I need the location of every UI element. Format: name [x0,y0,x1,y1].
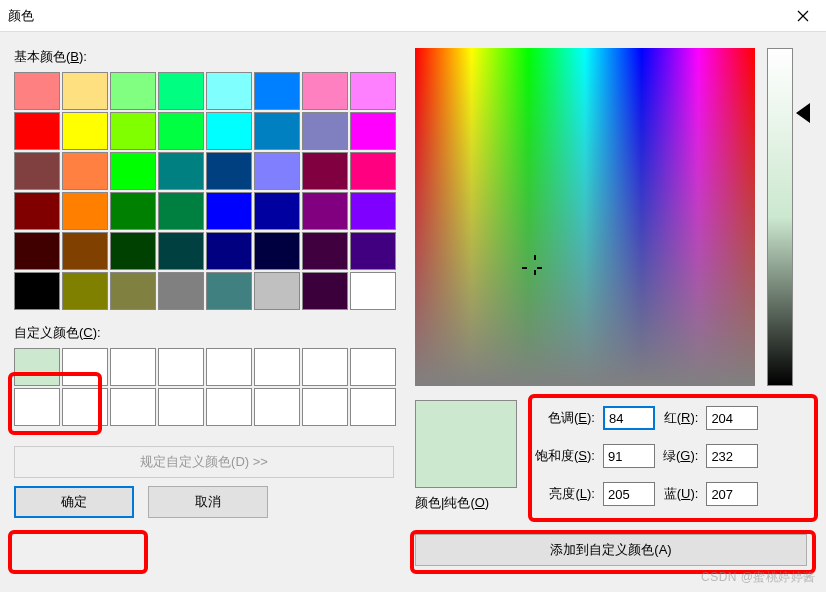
define-custom-button: 规定自定义颜色(D) >> [14,446,394,478]
basic-color-swatch[interactable] [110,272,156,310]
ok-button[interactable]: 确定 [14,486,134,518]
left-pane: 基本颜色(B): 自定义颜色(C): 规定自定义颜色(D) >> 确定 取消 [14,48,399,518]
green-input[interactable] [706,444,758,468]
basic-color-swatch[interactable] [302,232,348,270]
basic-color-swatch[interactable] [158,72,204,110]
basic-color-swatch[interactable] [206,112,252,150]
basic-color-swatch[interactable] [254,232,300,270]
add-to-custom-button[interactable]: 添加到自定义颜色(A) [415,534,807,566]
basic-color-swatch[interactable] [254,112,300,150]
basic-color-swatch[interactable] [302,272,348,310]
custom-color-swatch[interactable] [110,388,156,426]
highlight-annotation [8,530,148,574]
red-input[interactable] [706,406,758,430]
basic-color-swatch[interactable] [302,72,348,110]
color-preview [415,400,517,488]
basic-colors-grid [14,72,399,310]
custom-color-swatch[interactable] [302,388,348,426]
basic-color-swatch[interactable] [254,72,300,110]
basic-color-swatch[interactable] [62,152,108,190]
custom-color-swatch[interactable] [302,348,348,386]
cancel-button[interactable]: 取消 [148,486,268,518]
basic-color-swatch[interactable] [14,192,60,230]
custom-color-swatch[interactable] [158,388,204,426]
custom-color-swatch[interactable] [254,348,300,386]
custom-color-swatch[interactable] [14,348,60,386]
hue-label: 色调(E): [535,409,595,427]
blue-input[interactable] [706,482,758,506]
basic-color-swatch[interactable] [206,152,252,190]
basic-color-swatch[interactable] [206,272,252,310]
basic-color-swatch[interactable] [254,272,300,310]
basic-color-swatch[interactable] [62,272,108,310]
custom-color-swatch[interactable] [110,348,156,386]
lum-input[interactable] [603,482,655,506]
basic-color-swatch[interactable] [62,72,108,110]
lightness-slider[interactable] [767,48,793,386]
basic-color-swatch[interactable] [302,192,348,230]
basic-color-swatch[interactable] [206,232,252,270]
close-icon [797,10,809,22]
basic-color-swatch[interactable] [350,72,396,110]
basic-color-swatch[interactable] [110,192,156,230]
close-button[interactable] [780,0,826,32]
basic-color-swatch[interactable] [14,152,60,190]
basic-color-swatch[interactable] [62,112,108,150]
lightness-pointer-icon [796,103,810,123]
basic-color-swatch[interactable] [254,152,300,190]
hue-input[interactable] [603,406,655,430]
color-fields: 色调(E): 红(R): 饱和度(S): 绿(G): 亮度(L): 蓝(U): [535,406,758,506]
basic-color-swatch[interactable] [62,192,108,230]
green-label: 绿(G): [663,447,698,465]
basic-color-swatch[interactable] [206,72,252,110]
watermark: CSDN @蜜桃婷婷酱 [701,569,816,586]
custom-color-swatch[interactable] [158,348,204,386]
preview-label: 颜色|纯色(O) [415,494,489,512]
right-pane: 颜色|纯色(O) 色调(E): 红(R): 饱和度(S): 绿(G): 亮度(L… [415,48,812,518]
titlebar: 颜色 [0,0,826,32]
custom-colors-label: 自定义颜色(C): [14,324,399,342]
basic-color-swatch[interactable] [350,152,396,190]
red-label: 红(R): [663,409,698,427]
basic-color-swatch[interactable] [158,272,204,310]
crosshair-icon [528,261,542,275]
sat-label: 饱和度(S): [535,447,595,465]
custom-color-swatch[interactable] [14,388,60,426]
custom-colors-grid [14,348,399,426]
basic-color-swatch[interactable] [302,112,348,150]
basic-color-swatch[interactable] [110,232,156,270]
basic-color-swatch[interactable] [158,232,204,270]
custom-color-swatch[interactable] [254,388,300,426]
lum-label: 亮度(L): [535,485,595,503]
sat-input[interactable] [603,444,655,468]
window-title: 颜色 [8,7,34,25]
basic-color-swatch[interactable] [14,72,60,110]
color-gradient[interactable] [415,48,755,386]
basic-color-swatch[interactable] [350,272,396,310]
basic-color-swatch[interactable] [254,192,300,230]
basic-color-swatch[interactable] [14,272,60,310]
basic-color-swatch[interactable] [14,112,60,150]
blue-label: 蓝(U): [663,485,698,503]
basic-color-swatch[interactable] [206,192,252,230]
basic-color-swatch[interactable] [110,152,156,190]
basic-color-swatch[interactable] [110,112,156,150]
basic-color-swatch[interactable] [110,72,156,110]
custom-color-swatch[interactable] [206,348,252,386]
basic-color-swatch[interactable] [62,232,108,270]
basic-color-swatch[interactable] [350,232,396,270]
basic-colors-label: 基本颜色(B): [14,48,399,66]
custom-color-swatch[interactable] [62,348,108,386]
custom-color-swatch[interactable] [350,348,396,386]
basic-color-swatch[interactable] [302,152,348,190]
basic-color-swatch[interactable] [158,192,204,230]
custom-color-swatch[interactable] [206,388,252,426]
custom-color-swatch[interactable] [350,388,396,426]
basic-color-swatch[interactable] [158,152,204,190]
basic-color-swatch[interactable] [350,112,396,150]
custom-color-swatch[interactable] [62,388,108,426]
basic-color-swatch[interactable] [158,112,204,150]
basic-color-swatch[interactable] [14,232,60,270]
basic-color-swatch[interactable] [350,192,396,230]
